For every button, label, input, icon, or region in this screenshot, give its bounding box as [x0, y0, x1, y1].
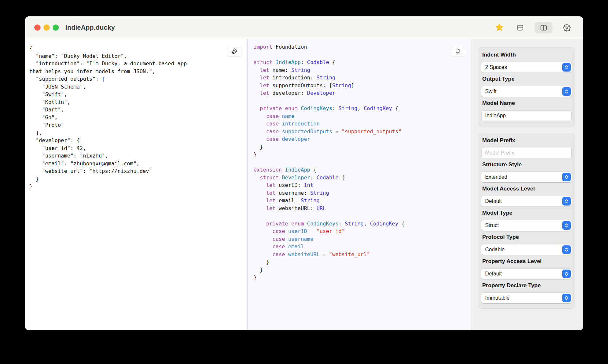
- json-editor-content[interactable]: { "name": "Ducky Model Editor", "introdu…: [25, 39, 247, 190]
- code-line: struct IndieApp: Codable {: [254, 58, 471, 66]
- settings-button[interactable]: [560, 22, 573, 33]
- code-token: let: [260, 74, 269, 81]
- popup-output-type[interactable]: Swift: [481, 86, 572, 97]
- code-token: String: [310, 190, 329, 196]
- code-token: [279, 121, 282, 127]
- code-line: let username: String: [254, 189, 471, 197]
- code-token: let: [266, 190, 276, 196]
- paintbrush-icon: [230, 47, 238, 56]
- code-token: [254, 236, 272, 242]
- code-token: Int: [304, 182, 313, 188]
- code-token: [254, 105, 260, 111]
- code-line: import Foundation: [254, 43, 471, 51]
- code-token: [254, 67, 260, 73]
- code-token: enum: [285, 105, 298, 111]
- popup-property-access-level[interactable]: Default: [481, 269, 572, 279]
- code-token: Codable: [317, 174, 338, 181]
- input-model-prefix[interactable]: [481, 148, 572, 158]
- input-model-name[interactable]: [481, 110, 572, 121]
- code-token: case: [266, 121, 279, 127]
- code-line: let userID: Int: [254, 181, 471, 189]
- favorite-button[interactable]: [493, 22, 506, 33]
- minimize-window-button[interactable]: [43, 25, 50, 31]
- code-token: [254, 121, 266, 127]
- split-vertical-button[interactable]: [534, 22, 552, 33]
- titlebar: IndieApp.ducky: [25, 16, 583, 39]
- code-token: email:: [275, 197, 301, 204]
- code-token: String: [338, 105, 357, 111]
- code-token: Codable: [307, 59, 329, 65]
- chevron-up-down-icon: [562, 197, 571, 206]
- code-token: [254, 228, 272, 234]
- code-token: }: [254, 151, 257, 157]
- code-line: private enum CodingKeys: String, CodingK…: [254, 105, 471, 112]
- code-token: introduction:: [269, 74, 317, 81]
- traffic-lights: [34, 25, 59, 31]
- swift-code: import Foundationstruct IndieApp: Codabl…: [248, 39, 471, 281]
- code-token: [254, 243, 272, 250]
- code-token: CodingKey: [364, 105, 392, 111]
- popup-model-access-level[interactable]: Default: [481, 196, 572, 207]
- code-line: case userID = "user_id": [254, 227, 471, 235]
- code-token: :: [310, 174, 316, 181]
- code-token: websiteURL:: [275, 205, 316, 211]
- field-label-property-declare-type: Property Declare Type: [482, 282, 571, 289]
- code-line: }: [254, 143, 471, 151]
- code-token: Developer: [282, 174, 310, 181]
- popup-value: Immutable: [485, 295, 510, 301]
- copy-code-button[interactable]: [451, 47, 465, 57]
- popup-structure-style[interactable]: Extended: [481, 172, 572, 182]
- code-token: [279, 174, 282, 181]
- popup-indent-width[interactable]: 2 Spaces: [481, 62, 572, 73]
- code-token: name: [282, 113, 295, 119]
- code-token: [285, 228, 288, 234]
- code-token: {: [338, 174, 345, 181]
- code-token: {: [310, 167, 316, 173]
- code-token: CodingKey: [370, 221, 398, 227]
- code-line: case supportedOutputs = "supported_outpu…: [254, 128, 471, 136]
- code-token: [254, 82, 260, 89]
- window-content: { "name": "Ducky Model Editor", "introdu…: [25, 39, 583, 330]
- code-token: userID:: [275, 182, 304, 188]
- inspector-groups: Indent Width2 SpacesOutput TypeSwiftMode…: [478, 47, 575, 309]
- code-token: [254, 221, 266, 227]
- code-output-panel: import Foundationstruct IndieApp: Codabl…: [248, 39, 471, 330]
- code-token: Developer: [307, 90, 336, 96]
- code-token: }: [254, 267, 263, 273]
- code-token: }: [254, 259, 269, 265]
- code-line: let websiteURL: URL: [254, 205, 471, 212]
- code-token: let: [260, 82, 269, 89]
- code-token: String: [301, 197, 320, 204]
- code-line: case username: [254, 235, 471, 243]
- split-horizontal-icon: [516, 24, 524, 32]
- code-token: [285, 251, 288, 257]
- field-label-protocol-type: Protocol Type: [482, 234, 571, 240]
- popup-value: Codable: [485, 247, 505, 253]
- code-token: import: [254, 44, 272, 50]
- format-json-button[interactable]: [227, 47, 241, 57]
- popup-protocol-type[interactable]: Codable: [481, 244, 572, 255]
- code-token: [254, 190, 266, 196]
- code-token: case: [266, 136, 279, 142]
- code-line: case name: [254, 112, 471, 120]
- code-line: }: [254, 273, 471, 281]
- code-line: private enum CodingKeys: String, CodingK…: [254, 220, 471, 228]
- code-token: [285, 243, 288, 250]
- close-window-button[interactable]: [34, 25, 41, 31]
- code-token: {: [398, 221, 404, 227]
- field-label-structure-style: Structure Style: [482, 161, 571, 168]
- code-token: [254, 74, 260, 81]
- code-token: String: [291, 67, 310, 73]
- inspector-group: Model PrefixStructure StyleExtendedModel…: [478, 133, 575, 309]
- code-token: [254, 90, 260, 96]
- code-token: [279, 128, 282, 135]
- code-token: developer:: [269, 90, 307, 96]
- split-horizontal-button[interactable]: [514, 22, 527, 33]
- code-token: String: [345, 221, 364, 227]
- code-token: IndieApp: [275, 59, 301, 65]
- star-icon: [495, 23, 504, 32]
- zoom-window-button[interactable]: [53, 25, 59, 31]
- popup-property-declare-type[interactable]: Immutable: [481, 293, 572, 303]
- popup-model-type[interactable]: Struct: [481, 220, 572, 231]
- chevron-up-down-icon: [562, 270, 571, 278]
